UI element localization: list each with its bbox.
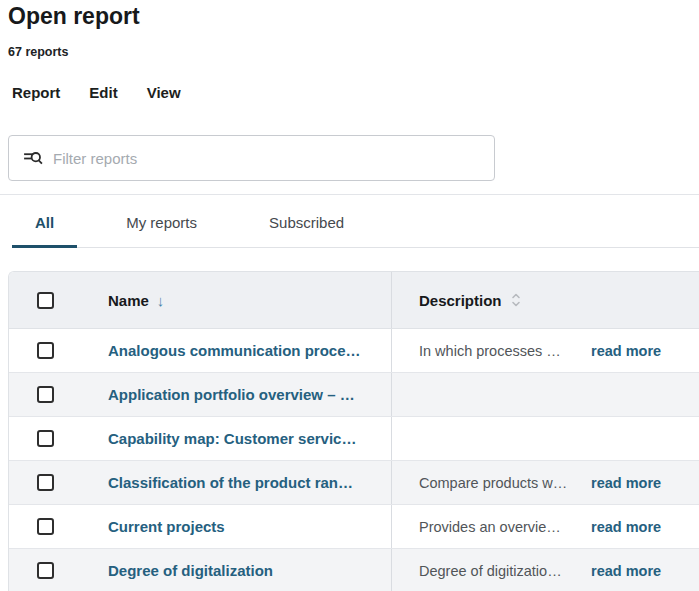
column-header-description[interactable]: Description: [391, 272, 699, 328]
row-checkbox[interactable]: [37, 518, 54, 535]
tab-my-reports[interactable]: My reports: [103, 213, 220, 248]
name-column-label: Name: [108, 292, 149, 309]
report-name-link[interactable]: Current projects: [108, 518, 225, 535]
row-checkbox[interactable]: [37, 562, 54, 579]
report-name-link[interactable]: Application portfolio overview – …: [108, 386, 355, 403]
menu-item-view[interactable]: View: [147, 84, 181, 101]
table-row: Degree of digitalization Degree of digit…: [9, 549, 699, 591]
menu-bar: Report Edit View: [12, 84, 699, 101]
table-row: Current projects Provides an overvie… re…: [9, 505, 699, 549]
row-checkbox[interactable]: [37, 342, 54, 359]
page-title: Open report: [8, 2, 699, 30]
column-header-name[interactable]: Name ↓: [108, 272, 391, 328]
tab-subscribed[interactable]: Subscribed: [246, 213, 367, 248]
table-row: Analogous communication proce… In which …: [9, 329, 699, 373]
report-description: In which processes …: [419, 343, 583, 359]
menu-item-report[interactable]: Report: [12, 84, 60, 101]
sort-chevrons-icon[interactable]: [511, 292, 521, 308]
report-description: Compare products w…: [419, 475, 583, 491]
table-row: Classification of the product ran… Compa…: [9, 461, 699, 505]
select-all-checkbox[interactable]: [37, 292, 54, 309]
tab-all[interactable]: All: [12, 213, 77, 248]
filter-reports-input[interactable]: [53, 150, 482, 167]
report-name-link[interactable]: Analogous communication proce…: [108, 342, 361, 359]
row-checkbox[interactable]: [37, 474, 54, 491]
reports-table: Name ↓ Description Analogous communicati…: [8, 271, 699, 591]
filter-box: [8, 135, 495, 181]
read-more-link[interactable]: read more: [591, 519, 661, 535]
sort-descending-icon[interactable]: ↓: [157, 292, 165, 309]
table-row: Capability map: Customer servic…: [9, 417, 699, 461]
read-more-link[interactable]: read more: [591, 475, 661, 491]
read-more-link[interactable]: read more: [591, 563, 661, 579]
menu-item-edit[interactable]: Edit: [89, 84, 117, 101]
report-name-link[interactable]: Capability map: Customer servic…: [108, 430, 356, 447]
filter-search-icon: [23, 148, 43, 168]
report-count: 67 reports: [8, 45, 699, 59]
read-more-link[interactable]: read more: [591, 343, 661, 359]
report-description: Provides an overvie…: [419, 519, 583, 535]
table-header-row: Name ↓ Description: [9, 272, 699, 329]
row-checkbox[interactable]: [37, 386, 54, 403]
description-column-label: Description: [419, 292, 502, 309]
report-name-link[interactable]: Classification of the product ran…: [108, 474, 353, 491]
table-row: Application portfolio overview – …: [9, 373, 699, 417]
tab-bar: All My reports Subscribed: [12, 195, 699, 248]
report-name-link[interactable]: Degree of digitalization: [108, 562, 273, 579]
report-description: Degree of digitizatio…: [419, 563, 583, 579]
row-checkbox[interactable]: [37, 430, 54, 447]
